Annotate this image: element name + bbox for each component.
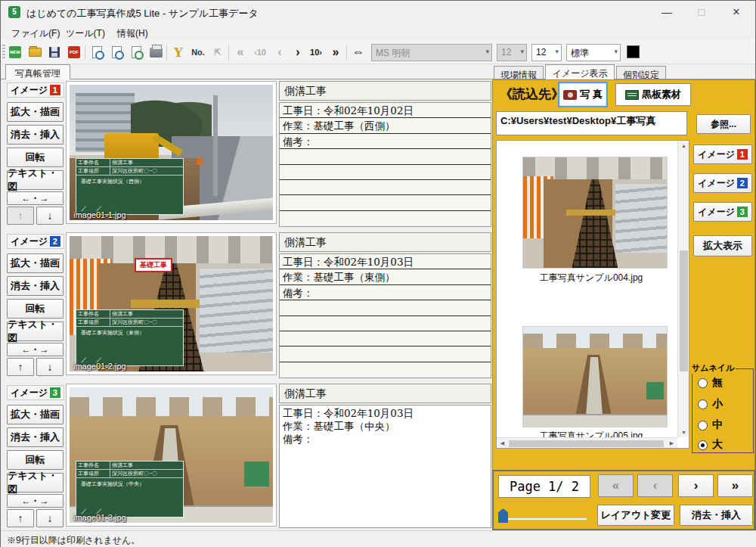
save-icon	[49, 47, 60, 57]
swap-lr-button-3[interactable]: ←・→	[7, 494, 64, 508]
radio-medium[interactable]	[698, 421, 708, 430]
scroll-right-icon[interactable]: ▶	[666, 440, 677, 446]
menu-tools[interactable]: ツール(T)	[61, 26, 110, 42]
radio-none[interactable]	[698, 378, 708, 388]
font-size-select-a[interactable]: 12	[497, 44, 527, 61]
thumb-size-medium[interactable]: 中	[698, 418, 723, 432]
number-button[interactable]: No.	[190, 44, 206, 61]
horizontal-scrollbar[interactable]: ◀ ▶	[497, 437, 677, 448]
thumb-size-large[interactable]: 大	[698, 438, 723, 452]
print-button[interactable]	[147, 44, 164, 61]
pdf-button[interactable]: PDF	[66, 44, 82, 61]
page-back-button[interactable]: ‹	[637, 474, 673, 497]
fit-width-button[interactable]: ⇔	[350, 44, 367, 61]
font-style-select[interactable]: 標準	[566, 44, 621, 61]
thumbnail-004[interactable]	[522, 157, 668, 269]
thumb-size-none[interactable]: 無	[698, 376, 723, 390]
tab-image-view[interactable]: イメージ表示	[545, 64, 615, 79]
layout-change-button[interactable]: レイアウト変更	[597, 505, 674, 526]
caption-title-1[interactable]: 側溝工事	[279, 81, 491, 101]
zoom-draw-button-2[interactable]: 拡大・描画	[7, 253, 64, 273]
erase-insert-button-2[interactable]: 消去・挿入	[7, 276, 64, 296]
scroll-left-icon[interactable]: ◀	[497, 440, 508, 446]
scroll-down-icon[interactable]: ▼	[678, 430, 689, 435]
radio-small[interactable]	[698, 399, 708, 409]
vertical-scroll-thumb[interactable]	[680, 250, 688, 371]
new-file-button[interactable]: NEW	[7, 44, 23, 61]
first-page-button[interactable]: «	[232, 44, 249, 61]
page-slider-track[interactable]	[500, 517, 587, 521]
zoom-draw-button-3[interactable]: 拡大・描画	[7, 405, 64, 424]
font-size-select-b[interactable]: 12	[531, 44, 562, 61]
vertical-scrollbar[interactable]: ▲ ▼	[677, 141, 689, 437]
caption-title-2[interactable]: 側溝工事	[279, 232, 491, 252]
rotate-button-3[interactable]: 回転	[7, 450, 64, 470]
back-10-button[interactable]: ‹10	[252, 44, 268, 61]
page-erase-insert-button[interactable]: 消去・挿入	[680, 505, 753, 526]
move-up-button-2[interactable]: ↑	[7, 358, 34, 376]
close-button[interactable]: ×	[719, 1, 754, 23]
page-last-button[interactable]: »	[717, 474, 753, 497]
radio-large[interactable]	[698, 440, 708, 450]
page-forward-button[interactable]: ›	[678, 474, 714, 497]
forward-10-button[interactable]: 10›	[308, 44, 324, 61]
tab-site-info[interactable]: 現場情報	[494, 66, 544, 79]
zoom-draw-button-1[interactable]: 拡大・描画	[7, 102, 64, 122]
preview-2-button[interactable]	[108, 44, 125, 61]
swap-lr-button-1[interactable]: ←・→	[7, 191, 64, 205]
caption-editor-3[interactable]: 工事日：令和02年10月03日 作業：基礎工事（中央） 備考：	[279, 405, 491, 528]
thumbnail-004-name: 工事写真サンプル004.jpg	[504, 272, 678, 284]
horizontal-scroll-thumb[interactable]	[509, 440, 664, 447]
caption-lines-2[interactable]: 工事日：令和02年10月03日 作業：基礎工事（東側） 備考：	[279, 253, 491, 378]
thumbnail-005[interactable]	[522, 326, 668, 427]
preview-3-button[interactable]	[128, 44, 144, 61]
last-page-button[interactable]: »	[327, 44, 344, 61]
forward-button[interactable]: ›	[290, 44, 306, 61]
photo-1-filename: image01-1.jpg	[73, 210, 126, 219]
move-up-button-3[interactable]: ↑	[7, 509, 34, 527]
photo-3[interactable]: 工事件名側溝工事 工事場所深川区役所町〇−〇 基礎工事実施状況（中央） ／ ／ …	[66, 384, 277, 527]
settings-button[interactable]: Y	[170, 44, 187, 61]
text-width-button[interactable]: ⇱	[209, 44, 226, 61]
photo-1[interactable]: 工事件名側溝工事 工事場所深川区役所町〇−〇 基礎工事実施状況（西側） ／ ／ …	[66, 81, 277, 224]
move-down-button-3[interactable]: ↓	[36, 509, 64, 527]
open-button[interactable]	[26, 44, 43, 61]
blackboard-material-button[interactable]: 黒板素材	[615, 83, 691, 106]
browse-button[interactable]: 参照...	[696, 114, 751, 134]
text-figure-button-1[interactable]: テキスト・図	[7, 170, 64, 190]
page-first-button[interactable]: «	[598, 474, 634, 497]
move-up-button-1[interactable]: ↑	[7, 207, 34, 225]
text-figure-button-3[interactable]: テキスト・図	[7, 473, 64, 493]
erase-insert-button-3[interactable]: 消去・挿入	[7, 427, 64, 447]
tab-photo-album[interactable]: 写真帳管理	[5, 64, 70, 79]
save-button[interactable]	[46, 44, 63, 61]
caption-title-3[interactable]: 側溝工事	[279, 384, 491, 403]
preview-1-button[interactable]	[88, 44, 105, 61]
font-color-swatch[interactable]	[627, 45, 640, 58]
tab-individual-settings[interactable]: 個別設定	[616, 66, 666, 79]
maximize-button[interactable]: □	[684, 1, 719, 23]
erase-insert-button-1[interactable]: 消去・挿入	[7, 125, 64, 145]
menu-info[interactable]: 情報(H)	[113, 26, 153, 42]
font-select[interactable]: MS 明朝	[371, 44, 492, 61]
menu-file[interactable]: ファイル(F)	[7, 26, 64, 42]
thumb-size-small[interactable]: 小	[698, 397, 723, 411]
text-figure-button-2[interactable]: テキスト・図	[7, 322, 64, 341]
back-button[interactable]: ‹	[271, 44, 288, 61]
swap-lr-button-2[interactable]: ←・→	[7, 343, 64, 356]
assign-image-2-button[interactable]: イメージ 2	[693, 173, 752, 193]
enlarge-view-button[interactable]: 拡大表示	[693, 235, 752, 256]
assign-image-1-button[interactable]: イメージ 1	[693, 145, 752, 164]
minimize-button[interactable]: —	[649, 1, 684, 23]
rotate-button-1[interactable]: 回転	[7, 148, 64, 167]
assign-image-3-button[interactable]: イメージ 3	[693, 202, 752, 222]
scroll-up-icon[interactable]: ▲	[678, 143, 689, 148]
photo-source-button[interactable]: 写 真	[558, 82, 608, 107]
caption-lines-1[interactable]: 工事日：令和02年10月02日 作業：基礎工事（西側） 備考：	[279, 102, 491, 227]
photo-2[interactable]: 基礎工事 工事件名側溝工事 工事場所深川区役所町〇−〇 基礎工事実施状況（東側）…	[66, 232, 277, 375]
toolbar-separator	[166, 45, 167, 60]
folder-path-input[interactable]: C:¥Users¥test¥Desktop¥工事写真	[496, 111, 687, 135]
move-down-button-2[interactable]: ↓	[36, 358, 64, 376]
move-down-button-1[interactable]: ↓	[36, 207, 64, 225]
rotate-button-2[interactable]: 回転	[7, 299, 64, 319]
